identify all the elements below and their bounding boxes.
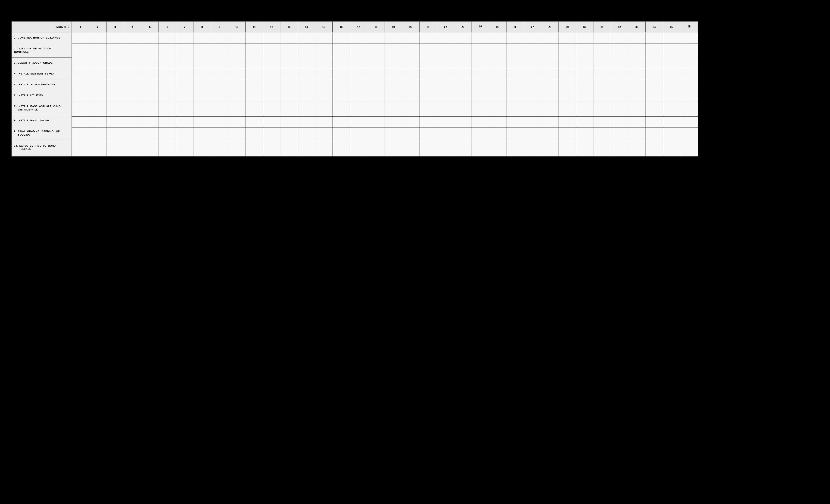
grid-cell: [594, 43, 611, 58]
grid-cell: [507, 117, 524, 127]
grid-cell: [402, 32, 419, 43]
grid-cell: [350, 69, 368, 80]
grid-cell: [368, 102, 385, 117]
grid-cell: [489, 142, 507, 156]
grid-cell: [159, 142, 176, 156]
month-cell: 21: [419, 22, 437, 32]
grid-cell: [385, 58, 402, 69]
grid-cell: [106, 58, 124, 69]
grid-cell: [72, 142, 89, 156]
grid-cell: [89, 128, 106, 142]
grid-cell: [385, 69, 402, 80]
grid-cell: [228, 142, 246, 156]
grid-cell: [350, 32, 368, 43]
grid-cell: [332, 91, 350, 102]
grid-cell: [211, 43, 228, 58]
grid-cell: [211, 102, 228, 117]
grid-cell: [646, 32, 663, 43]
grid-cell: [193, 43, 211, 58]
grid-cell: [246, 91, 263, 102]
grid-cell: [89, 32, 106, 43]
label-column: MONTHS 1. CONSTRUCTION OF BUILDINGS 2. D…: [11, 21, 72, 157]
grid-cell: [402, 128, 419, 142]
grid-cell: [298, 142, 315, 156]
grid-cell: [628, 117, 646, 127]
month-cell-24: 24 **: [472, 22, 489, 32]
grid-cell: [541, 128, 559, 142]
grid-cell: [159, 69, 176, 80]
grid-cell: [72, 32, 89, 43]
grid-cell: [437, 117, 454, 127]
grid-cell: [280, 80, 298, 91]
grid-cell: [628, 58, 646, 69]
month-cell: 35: [663, 22, 680, 32]
grid-cell: [246, 102, 263, 117]
grid-cell: [385, 43, 402, 58]
grid-cell: [298, 91, 315, 102]
grid-row: [72, 58, 698, 69]
grid-row: [72, 142, 698, 156]
grid-cell: [680, 32, 698, 43]
grid-cell: [332, 43, 350, 58]
grid-cell: [472, 80, 489, 91]
grid-cell: [159, 58, 176, 69]
grid-row: [72, 128, 698, 142]
grid-cell: [72, 43, 89, 58]
task-label: 9. FINAL GRADING, SEEDING, OR SODDING: [14, 130, 60, 136]
months-header-label: MONTHS: [12, 22, 71, 32]
month-cell: 33: [628, 22, 646, 32]
grid-cell: [350, 43, 368, 58]
grid-cell: [524, 32, 541, 43]
grid-cell: [228, 102, 246, 117]
grid-cell: [437, 69, 454, 80]
grid-cell: [176, 69, 193, 80]
grid-cell: [141, 80, 159, 91]
grid-cell: [541, 43, 559, 58]
task-label: 3. CLEAR & ROUGH GRADE: [14, 61, 53, 64]
grid-cell: [332, 117, 350, 127]
month-cell-36: 36 **: [680, 22, 698, 32]
grid-cell: [72, 80, 89, 91]
grid-cell: [141, 69, 159, 80]
grid-cell: [663, 58, 680, 69]
grid-cell: [350, 80, 368, 91]
grid-cell: [228, 32, 246, 43]
grid-cell: [507, 32, 524, 43]
grid-cell: [611, 80, 628, 91]
grid-cell: [576, 58, 594, 69]
grid-cell: [437, 128, 454, 142]
grid-cell: [315, 69, 332, 80]
grid-cell: [646, 69, 663, 80]
grid-cell: [507, 58, 524, 69]
grid-cell: [228, 80, 246, 91]
grid-cell: [159, 128, 176, 142]
grid-cell: [576, 69, 594, 80]
grid-cell: [332, 80, 350, 91]
grid-cell: [611, 32, 628, 43]
grid-cell: [315, 80, 332, 91]
grid-cell: [559, 91, 576, 102]
grid-cell: [541, 142, 559, 156]
grid-cell: [211, 80, 228, 91]
grid-cell: [507, 80, 524, 91]
grid-cell: [124, 80, 141, 91]
grid-cell: [89, 58, 106, 69]
grid-cell: [332, 102, 350, 117]
task-row: 1. CONSTRUCTION OF BUILDINGS: [12, 32, 71, 43]
grid-cell: [489, 117, 507, 127]
grid-cell: [628, 43, 646, 58]
grid-cell: [298, 32, 315, 43]
grid-cell: [159, 80, 176, 91]
month-cell: 22: [437, 22, 454, 32]
grid-cell: [228, 91, 246, 102]
grid-cell: [663, 43, 680, 58]
month-cell: 6: [159, 22, 176, 32]
grid-cell: [419, 58, 437, 69]
grid-cell: [611, 43, 628, 58]
grid-cell: [298, 69, 315, 80]
grid-cell: [368, 80, 385, 91]
grid-cell: [89, 142, 106, 156]
grid-cell: [680, 58, 698, 69]
grid-cell: [368, 32, 385, 43]
grid-row: [72, 80, 698, 91]
